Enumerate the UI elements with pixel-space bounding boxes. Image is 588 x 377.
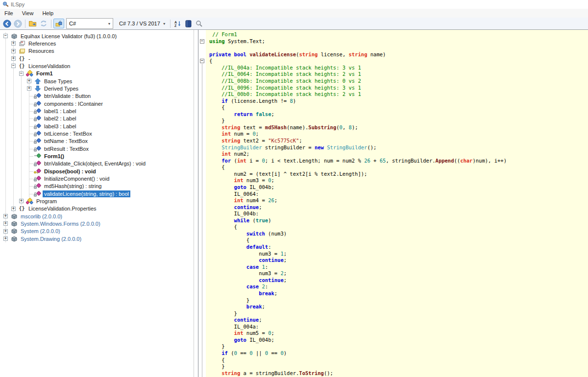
open-file-button[interactable] bbox=[27, 19, 38, 28]
tree-item[interactable]: label3 : Label bbox=[0, 122, 194, 130]
code-line: goto IL_004b; bbox=[209, 184, 588, 191]
panel-splitter[interactable] bbox=[194, 30, 198, 377]
tree-item[interactable]: −Equihax License Validator (fu3) (1.0.0.… bbox=[0, 32, 194, 40]
assembly-tree-panel[interactable]: −Equihax License Validator (fu3) (1.0.0.… bbox=[0, 30, 194, 377]
tree-item[interactable]: btnValidate_Click(object, EventArgs) : v… bbox=[0, 160, 194, 167]
expand-plus-icon[interactable]: + bbox=[3, 221, 8, 226]
tree-item-label: txtLicense : TextBox bbox=[43, 130, 94, 137]
menu-help[interactable]: Help bbox=[38, 9, 58, 17]
tree-expander[interactable]: − bbox=[18, 70, 25, 77]
tree-item[interactable]: label2 : Label bbox=[0, 115, 194, 122]
tree-guide-line bbox=[25, 107, 33, 115]
tree-item[interactable]: −{}LicenseValidation bbox=[0, 62, 194, 70]
code-panel[interactable]: −− // Form1using System.Text; private bo… bbox=[198, 30, 588, 377]
tree-expander[interactable]: + bbox=[10, 55, 18, 62]
expand-plus-icon[interactable]: + bbox=[11, 56, 16, 61]
tree-expander[interactable]: + bbox=[10, 47, 18, 55]
fold-marker[interactable]: − bbox=[200, 59, 204, 63]
tree-item-label: txtName : TextBox bbox=[43, 138, 89, 144]
tree-item-label: label3 : Label bbox=[43, 123, 77, 130]
tree-expander[interactable]: + bbox=[10, 40, 18, 47]
tree-guide-line bbox=[2, 40, 10, 47]
menu-file[interactable]: File bbox=[0, 9, 18, 17]
svg-text:A: A bbox=[174, 21, 177, 24]
tree-expander[interactable]: + bbox=[25, 85, 33, 92]
tree-item[interactable]: Dispose(bool) : void bbox=[0, 167, 194, 175]
back-button[interactable] bbox=[1, 19, 12, 28]
tree-item[interactable]: components : IContainer bbox=[0, 100, 194, 107]
tree-item[interactable]: +{}LicenseValidation.Properties bbox=[0, 205, 194, 212]
tree-item[interactable]: −Form1 bbox=[0, 70, 194, 77]
tree-expander[interactable]: + bbox=[18, 197, 25, 205]
namespace-icon: {} bbox=[18, 55, 26, 62]
forward-button[interactable] bbox=[12, 19, 23, 28]
menu-view[interactable]: View bbox=[18, 9, 38, 17]
tree-expander[interactable]: + bbox=[10, 205, 18, 212]
tree-guide-line bbox=[2, 167, 10, 175]
tree-expander[interactable]: − bbox=[2, 32, 10, 40]
refresh-button[interactable] bbox=[38, 19, 49, 28]
expand-plus-icon[interactable]: + bbox=[19, 199, 24, 203]
tree-guide-line bbox=[2, 55, 10, 62]
tree-guide-line bbox=[2, 190, 10, 197]
expand-plus-icon[interactable]: + bbox=[3, 236, 8, 241]
tree-item[interactable]: Form1() bbox=[0, 152, 194, 160]
collapse-minus-icon[interactable]: − bbox=[11, 64, 16, 68]
assembly-icon bbox=[10, 220, 18, 227]
book-button[interactable] bbox=[183, 19, 194, 28]
sort-assemblies-button[interactable]: AZ bbox=[172, 19, 183, 28]
tree-item[interactable]: btnValidate : Button bbox=[0, 93, 194, 100]
tree-item[interactable]: txtLicense : TextBox bbox=[0, 130, 194, 137]
expand-plus-icon[interactable]: + bbox=[27, 79, 31, 83]
tree-expander[interactable]: + bbox=[2, 220, 10, 227]
tree-guide-line bbox=[18, 167, 25, 175]
code-line: int num3 = 0; bbox=[209, 177, 588, 184]
chevron-down-icon: ▼ bbox=[163, 22, 166, 25]
tree-item[interactable]: +Program bbox=[0, 197, 194, 205]
tree-item[interactable]: +System (2.0.0.0) bbox=[0, 228, 194, 235]
tree-item[interactable]: md5Hash(string) : string bbox=[0, 183, 194, 190]
fold-marker[interactable]: − bbox=[200, 39, 204, 44]
tree-item[interactable]: +{}- bbox=[0, 55, 194, 62]
tree-item[interactable]: +Derived Types bbox=[0, 85, 194, 92]
tree-item[interactable]: txtResult : TextBox bbox=[0, 145, 194, 152]
expand-plus-icon[interactable]: + bbox=[11, 207, 16, 211]
tree-guide-line bbox=[18, 152, 25, 160]
decompiled-code-area[interactable]: // Form1using System.Text; private bool … bbox=[206, 30, 588, 377]
method-key-icon bbox=[33, 168, 42, 175]
tree-item[interactable]: +Resources bbox=[0, 47, 194, 55]
expand-plus-icon[interactable]: + bbox=[3, 229, 8, 234]
tree-item[interactable]: +Base Types bbox=[0, 77, 194, 85]
expand-plus-icon[interactable]: + bbox=[3, 214, 8, 218]
tree-expander[interactable]: + bbox=[25, 77, 33, 85]
tree-item[interactable]: +System.Windows.Forms (2.0.0.0) bbox=[0, 220, 194, 227]
code-line: for (int i = 0; i < text.Length; num = n… bbox=[209, 158, 588, 165]
tree-item[interactable]: label1 : Label bbox=[0, 107, 194, 115]
tree-item-label: txtResult : TextBox bbox=[43, 145, 90, 152]
tree-item[interactable]: InitializeComponent() : void bbox=[0, 175, 194, 182]
tree-item-label: Program bbox=[35, 198, 58, 205]
tree-guide-line bbox=[18, 145, 25, 152]
tree-item[interactable]: +System.Drawing (2.0.0.0) bbox=[0, 235, 194, 242]
tree-item[interactable]: +References bbox=[0, 40, 194, 47]
collapse-minus-icon[interactable]: − bbox=[19, 71, 24, 76]
tree-item[interactable]: +mscorlib (2.0.0.0) bbox=[0, 212, 194, 220]
tree-item[interactable]: txtName : TextBox bbox=[0, 138, 194, 145]
expand-plus-icon[interactable]: + bbox=[27, 86, 31, 91]
open-from-gac-button[interactable] bbox=[53, 19, 64, 28]
tree-expander[interactable]: − bbox=[10, 62, 18, 70]
svg-text:Z: Z bbox=[174, 24, 177, 27]
tree-expander[interactable]: + bbox=[2, 235, 10, 242]
compiler-version-select[interactable]: C# 7.3 / VS 2017 ▼ bbox=[117, 20, 168, 27]
collapse-minus-icon[interactable]: − bbox=[3, 34, 8, 38]
expand-plus-icon[interactable]: + bbox=[11, 49, 16, 53]
expand-plus-icon[interactable]: + bbox=[11, 41, 16, 46]
tree-item[interactable]: validateLicense(string, string) : bool bbox=[0, 190, 194, 197]
tree-guide-line bbox=[10, 152, 18, 160]
code-line: default: bbox=[209, 244, 588, 251]
code-line: case 1: bbox=[209, 264, 588, 271]
tree-expander[interactable]: + bbox=[2, 228, 10, 235]
search-button[interactable] bbox=[194, 19, 205, 28]
language-select[interactable]: C# ▼ bbox=[66, 18, 113, 29]
tree-expander[interactable]: + bbox=[2, 212, 10, 220]
